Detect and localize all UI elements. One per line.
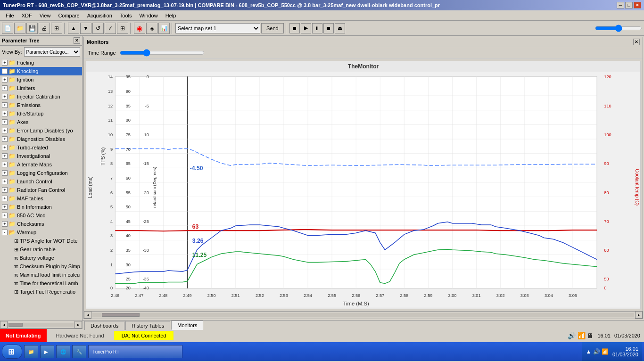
expand-icon-13[interactable]: + [2,170,8,176]
taskbar-app4[interactable]: 🔧 [72,345,86,358]
tree-item-14[interactable]: +📁Launch Control [0,177,82,186]
expand-icon-4[interactable]: + [2,94,8,99]
tree-scrollbar-horizontal[interactable]: ◂ ▸ [0,321,82,328]
expand-icon-6[interactable]: + [2,111,8,116]
tree-item-27[interactable]: ⊞Target Fuel Regeneratio [0,288,82,296]
accept-button[interactable]: ✓ [105,23,116,34]
monitors-close-button[interactable]: ✕ [633,39,640,45]
expand-icon-12[interactable]: + [2,162,8,167]
taskbar-explorer[interactable]: 📁 [24,345,38,358]
view-by-select[interactable]: Parameter Catego... [24,47,80,57]
tree-item-20[interactable]: -📂Warmup [0,228,82,237]
start-button[interactable]: ⊞ [2,345,22,359]
tree-item-21[interactable]: ⊞TPS Angle for WOT Dete [0,237,82,245]
tree-item-7[interactable]: +📁Axes [0,118,82,126]
scroll-left-button[interactable]: ◂ [0,321,8,329]
param-tree-close[interactable]: ✕ [74,37,80,44]
chart-scroll-thumb[interactable] [102,313,140,317]
tree-item-8[interactable]: +📁Error Lamp Disables (yo [0,126,82,135]
chart-button[interactable]: 📊 [158,23,170,34]
save-button[interactable]: 💾 [26,23,38,34]
tree-item-4[interactable]: +📁Injector Calibration [0,92,82,101]
expand-icon-16[interactable]: + [2,196,8,201]
tree-item-12[interactable]: +📁Alternate Maps [0,160,82,169]
send-button[interactable]: Send [261,23,284,33]
expand-icon-9[interactable]: + [2,136,8,142]
minimize-button[interactable]: ─ [617,2,624,8]
close-button[interactable]: ✕ [634,2,641,8]
down-button[interactable]: ▼ [80,23,91,34]
tab-history-tables[interactable]: History Tables [125,321,170,330]
expand-icon-14[interactable]: + [2,179,8,184]
compare-button[interactable]: ⊞ [51,23,62,34]
expand-icon-20[interactable]: - [2,230,8,235]
taskbar-tunerpro[interactable]: TunerPro RT [88,345,182,358]
menu-file[interactable]: File [2,12,18,19]
tree-item-22[interactable]: ⊞Gear ratio table [0,245,82,254]
chart-scrollbar-h[interactable]: ◂ ▸ [84,311,643,319]
tree-item-13[interactable]: +📁Logging Configuration [0,169,82,177]
expand-icon-18[interactable]: + [2,213,8,218]
tab-monitors[interactable]: Monitors [171,321,203,330]
tree-item-18[interactable]: +📁850 AC Mod [0,211,82,220]
expand-icon-2[interactable]: + [2,77,8,82]
expand-icon-11[interactable]: + [2,153,8,159]
expand-icon-15[interactable]: + [2,187,8,193]
new-button[interactable]: 📄 [2,23,13,34]
taskbar-media[interactable]: ▶ [40,345,54,358]
open-button[interactable]: 📁 [14,23,25,34]
tree-item-2[interactable]: +📁Ignition [0,75,82,84]
tree-item-9[interactable]: +📁Diagnostics Disables [0,135,82,143]
tree-item-17[interactable]: +📁Bin Information [0,203,82,211]
tree-item-15[interactable]: +📁Radiator Fan Control [0,186,82,194]
scroll-left-chart[interactable]: ◂ [84,311,91,319]
expand-icon-0[interactable]: + [2,60,8,66]
table-button[interactable]: ⊞ [117,23,128,34]
tree-item-25[interactable]: πMaximal load limit in calcu [0,271,82,279]
tree-item-19[interactable]: +📁Checksums [0,220,82,228]
menu-compare[interactable]: Compare [54,12,83,19]
scroll-right-button[interactable]: ▸ [74,321,82,329]
eject-button[interactable]: ⏏ [335,23,345,33]
tune-button[interactable]: ◉ [134,23,145,34]
expand-icon-3[interactable]: + [2,85,8,91]
expand-icon-17[interactable]: + [2,204,8,210]
tree-item-10[interactable]: +📁Turbo-related [0,143,82,152]
time-range-slider[interactable] [120,49,205,57]
tree-item-0[interactable]: +📁Fueling [0,58,82,67]
up-button[interactable]: ▲ [68,23,79,34]
map-select[interactable]: Select map set 1 [175,23,260,33]
dash-button[interactable]: ◈ [146,23,157,34]
menu-view[interactable]: View [36,12,55,19]
revert-button[interactable]: ↺ [92,23,104,34]
tree-item-23[interactable]: πBattery voltage [0,254,82,262]
taskbar-ie[interactable]: 🌐 [56,345,70,358]
pause-button[interactable]: ⏸ [312,23,322,33]
tree-item-1[interactable]: +📁Knocking [0,67,82,75]
menu-acquisition[interactable]: Acquisition [83,12,116,19]
menu-help[interactable]: Help [162,12,180,19]
rec-button[interactable]: ⏹ [323,23,334,33]
expand-icon-5[interactable]: + [2,102,8,108]
tree-item-24[interactable]: πChecksum Plugin by Simp [0,262,82,271]
expand-icon-7[interactable]: + [2,119,8,125]
menu-tools[interactable]: Tools [116,12,136,19]
scroll-right-chart[interactable]: ▸ [635,311,643,319]
tree-item-5[interactable]: +📁Emissions [0,101,82,109]
maximize-button[interactable]: □ [625,2,633,8]
expand-icon-8[interactable]: + [2,128,8,133]
zoom-slider[interactable] [595,25,642,32]
tree-item-3[interactable]: +📁Limiters [0,84,82,92]
menu-xdf[interactable]: XDF [18,12,36,19]
expand-icon-10[interactable]: + [2,145,8,150]
expand-icon-1[interactable]: + [2,68,8,74]
expand-icon-19[interactable]: + [2,221,8,227]
tree-item-11[interactable]: +📁Investigational [0,152,82,160]
tree-item-6[interactable]: +📁Idle/Startup [0,109,82,118]
tree-item-16[interactable]: +📁MAF tables [0,194,82,203]
tab-dashboards[interactable]: Dashboards [84,321,124,330]
tree-item-26[interactable]: πTime for theoretical Lamb [0,279,82,288]
stop-button[interactable]: ⏹ [289,23,300,33]
print-button[interactable]: 🖨 [39,23,50,34]
menu-window[interactable]: Window [136,12,162,19]
